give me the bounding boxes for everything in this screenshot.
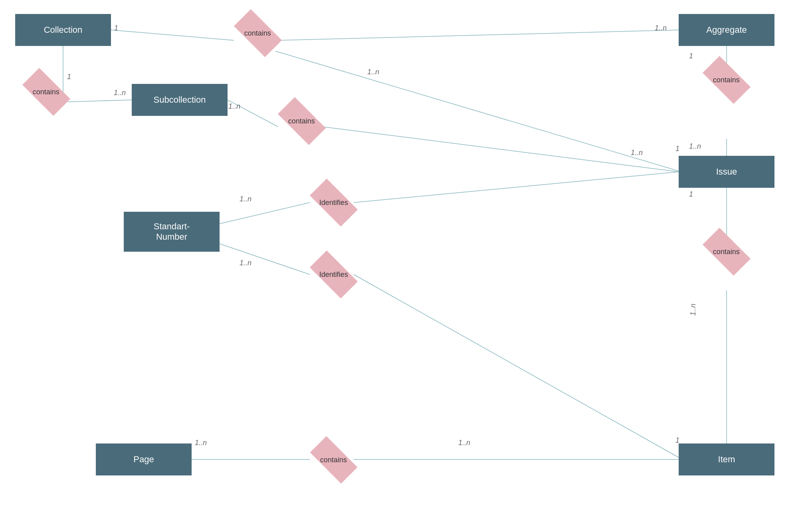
- entity-aggregate: Aggregate: [679, 14, 774, 46]
- diamond-identifies-bottom: Identifies: [310, 260, 358, 288]
- svg-line-0: [111, 30, 234, 40]
- diamond-contains-aggregate: contains: [703, 66, 751, 94]
- card-collection-contains-top: 1: [114, 24, 118, 32]
- diamond-identifies-top: Identifies: [310, 189, 358, 217]
- svg-line-11: [220, 203, 310, 224]
- entity-issue: Issue: [679, 156, 774, 188]
- card-page-contains: 1..n: [195, 439, 207, 447]
- svg-line-4: [275, 51, 679, 171]
- card-contains-issue-item: 1..n: [689, 304, 697, 316]
- entity-page: Page: [96, 443, 192, 475]
- entity-item: Item: [679, 443, 774, 475]
- card-issue-down: 1: [689, 190, 693, 199]
- card-sn-identifies-top: 1..n: [240, 195, 252, 203]
- card-sn-identifies-bottom: 1..n: [240, 259, 252, 267]
- diamond-contains-subcoll: contains: [278, 107, 326, 135]
- card-aggregate-down: 1: [689, 52, 693, 60]
- svg-line-1: [278, 30, 679, 40]
- diamond-contains-issue: contains: [703, 238, 751, 266]
- connector-lines: [0, 0, 812, 513]
- svg-line-14: [354, 274, 679, 457]
- card-collection-down: 1: [67, 73, 71, 81]
- card-issue-1-left: 1: [675, 145, 679, 153]
- svg-line-12: [354, 172, 679, 203]
- entity-standart-number: Standart-Number: [124, 212, 220, 252]
- diamond-contains-top: contains: [234, 19, 282, 47]
- entity-collection: Collection: [15, 14, 111, 46]
- card-contains-page-item: 1..n: [458, 439, 470, 447]
- card-contains-top-aggregate: 1..n: [655, 24, 667, 32]
- card-contains-top-issue: 1..n: [367, 68, 379, 76]
- card-aggregate-contains-issue: 1..n: [689, 142, 701, 151]
- diamond-contains-left: contains: [22, 78, 70, 106]
- card-contains-left-subcoll: 1..n: [114, 89, 126, 97]
- entity-subcollection: Subcollection: [132, 84, 228, 116]
- svg-line-8: [322, 127, 679, 172]
- card-subcoll-contains: 1..n: [228, 102, 240, 111]
- svg-line-3: [68, 100, 132, 102]
- diamond-contains-page: contains: [310, 447, 358, 473]
- card-item-1-top: 1: [675, 436, 679, 445]
- card-contains-subcoll-issue: 1..n: [631, 149, 643, 157]
- er-diagram: Collection Aggregate Subcollection Issue…: [0, 0, 812, 513]
- svg-line-13: [220, 244, 310, 274]
